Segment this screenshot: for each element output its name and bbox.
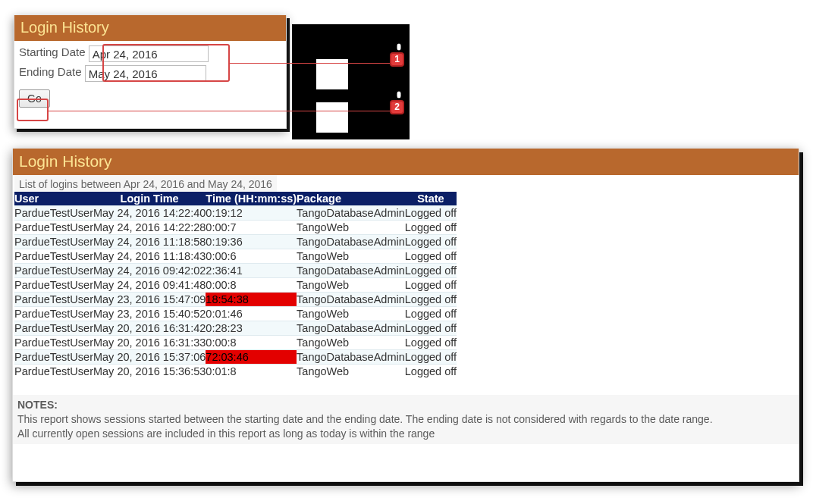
login-history-filter-panel: Login History Starting Date Ending Date … xyxy=(14,15,287,129)
cell-package: TangoWeb xyxy=(297,221,405,235)
cell-duration: 18:54:38 xyxy=(206,293,297,307)
cell-login-time: May 24, 2016 14:22:28 xyxy=(93,221,206,235)
col-package: Package xyxy=(297,192,405,206)
col-state: State xyxy=(405,192,457,206)
cell-state: Logged off xyxy=(405,206,457,221)
cell-user: PardueTestUser xyxy=(14,321,93,336)
table-row: PardueTestUserMay 23, 2016 15:47:0918:54… xyxy=(14,293,457,307)
cell-duration: 0:19:36 xyxy=(206,235,297,249)
panel-title: Login History xyxy=(14,15,286,41)
cell-user: PardueTestUser xyxy=(14,264,93,278)
cell-duration: 0:01:8 xyxy=(206,365,297,379)
login-history-results-panel: Login History List of logins between Apr… xyxy=(12,149,799,482)
cell-duration: 72:03:46 xyxy=(206,350,297,365)
cell-user: PardueTestUser xyxy=(14,221,93,235)
cell-login-time: May 24, 2016 11:18:58 xyxy=(93,235,206,249)
cell-duration: 0:00:8 xyxy=(206,278,297,293)
col-duration: Time (HH:mm:ss) xyxy=(206,192,297,206)
table-row: PardueTestUserMay 24, 2016 09:42:022:36:… xyxy=(14,264,457,278)
cell-state: Logged off xyxy=(405,293,457,307)
results-subtitle: List of logins between Apr 24, 2016 and … xyxy=(14,175,277,192)
starting-date-label: Starting Date xyxy=(19,45,86,58)
go-button[interactable]: Go xyxy=(19,89,50,108)
col-user: User xyxy=(14,192,93,206)
cell-package: TangoWeb xyxy=(297,365,405,379)
starting-date-input[interactable] xyxy=(89,45,209,62)
cell-login-time: May 20, 2016 15:37:06 xyxy=(93,350,206,365)
notes-line: This report shows sessions started betwe… xyxy=(17,412,794,427)
cell-package: TangoWeb xyxy=(297,278,405,293)
cell-duration: 0:00:7 xyxy=(206,221,297,235)
cell-state: Logged off xyxy=(405,350,457,365)
mouse-icon xyxy=(391,91,402,99)
cell-package: TangoDatabaseAdmin xyxy=(297,264,405,278)
ending-date-input[interactable] xyxy=(85,65,206,82)
cell-package: TangoDatabaseAdmin xyxy=(297,293,405,307)
table-row: PardueTestUserMay 20, 2016 15:36:530:01:… xyxy=(14,365,457,379)
login-history-table: User Login Time Time (HH:mm:ss) Package … xyxy=(14,192,457,378)
cell-package: TangoDatabaseAdmin xyxy=(297,350,405,365)
cell-state: Logged off xyxy=(405,235,457,249)
table-row: PardueTestUserMay 24, 2016 14:22:280:00:… xyxy=(14,221,457,235)
callout-2: 2 xyxy=(390,97,405,115)
cell-package: TangoWeb xyxy=(297,249,405,264)
table-row: PardueTestUserMay 24, 2016 14:22:400:19:… xyxy=(14,206,457,221)
mouse-icon xyxy=(391,43,402,51)
cell-user: PardueTestUser xyxy=(14,350,93,365)
table-row: PardueTestUserMay 20, 2016 16:31:330:00:… xyxy=(14,336,457,350)
cell-package: TangoWeb xyxy=(297,336,405,350)
svg-rect-3 xyxy=(397,91,401,99)
svg-rect-1 xyxy=(397,43,401,51)
notes-header: NOTES: xyxy=(17,398,794,412)
cell-user: PardueTestUser xyxy=(14,278,93,293)
callout-number: 1 xyxy=(390,52,404,67)
cell-login-time: May 20, 2016 15:36:53 xyxy=(93,365,206,379)
cell-package: TangoDatabaseAdmin xyxy=(297,206,405,221)
cell-user: PardueTestUser xyxy=(14,365,93,379)
cell-user: PardueTestUser xyxy=(14,249,93,264)
cell-login-time: May 23, 2016 15:47:09 xyxy=(93,293,206,307)
cell-user: PardueTestUser xyxy=(14,206,93,221)
cell-duration: 0:28:23 xyxy=(206,321,297,336)
table-row: PardueTestUserMay 24, 2016 09:41:480:00:… xyxy=(14,278,457,293)
cell-user: PardueTestUser xyxy=(14,336,93,350)
callout-number: 2 xyxy=(390,100,404,114)
cell-login-time: May 24, 2016 09:42:02 xyxy=(93,264,206,278)
svg-rect-2 xyxy=(391,91,396,99)
cell-package: TangoDatabaseAdmin xyxy=(297,235,405,249)
cell-login-time: May 20, 2016 16:31:42 xyxy=(93,321,206,336)
cell-state: Logged off xyxy=(405,278,457,293)
table-row: PardueTestUserMay 20, 2016 16:31:420:28:… xyxy=(14,321,457,336)
cell-state: Logged off xyxy=(405,365,457,379)
cell-login-time: May 24, 2016 11:18:43 xyxy=(93,249,206,264)
cell-duration: 0:00:6 xyxy=(206,249,297,264)
cell-package: TangoWeb xyxy=(297,307,405,321)
table-row: PardueTestUserMay 24, 2016 11:18:580:19:… xyxy=(14,235,457,249)
cell-login-time: May 24, 2016 09:41:48 xyxy=(93,278,206,293)
cell-state: Logged off xyxy=(405,249,457,264)
col-login-time: Login Time xyxy=(93,192,206,206)
cell-state: Logged off xyxy=(405,221,457,235)
table-row: PardueTestUserMay 20, 2016 15:37:0672:03… xyxy=(14,350,457,365)
cell-duration: 2:36:41 xyxy=(206,264,297,278)
cell-state: Logged off xyxy=(405,321,457,336)
cell-user: PardueTestUser xyxy=(14,293,93,307)
cell-package: TangoDatabaseAdmin xyxy=(297,321,405,336)
white-square xyxy=(316,102,348,133)
white-square xyxy=(316,59,348,89)
table-row: PardueTestUserMay 23, 2016 15:40:520:01:… xyxy=(14,307,457,321)
dark-backdrop xyxy=(292,24,410,139)
callout-1: 1 xyxy=(390,49,405,67)
cell-login-time: May 20, 2016 16:31:33 xyxy=(93,336,206,350)
svg-rect-0 xyxy=(391,43,396,51)
cell-login-time: May 23, 2016 15:40:52 xyxy=(93,307,206,321)
cell-user: PardueTestUser xyxy=(14,307,93,321)
cell-state: Logged off xyxy=(405,264,457,278)
cell-login-time: May 24, 2016 14:22:40 xyxy=(93,206,206,221)
cell-duration: 0:19:12 xyxy=(206,206,297,221)
panel-title: Login History xyxy=(13,149,799,175)
cell-state: Logged off xyxy=(405,307,457,321)
notes-line: All currently open sessions are included… xyxy=(17,427,794,441)
ending-date-label: Ending Date xyxy=(19,65,82,78)
notes-section: NOTES: This report shows sessions starte… xyxy=(13,395,799,444)
